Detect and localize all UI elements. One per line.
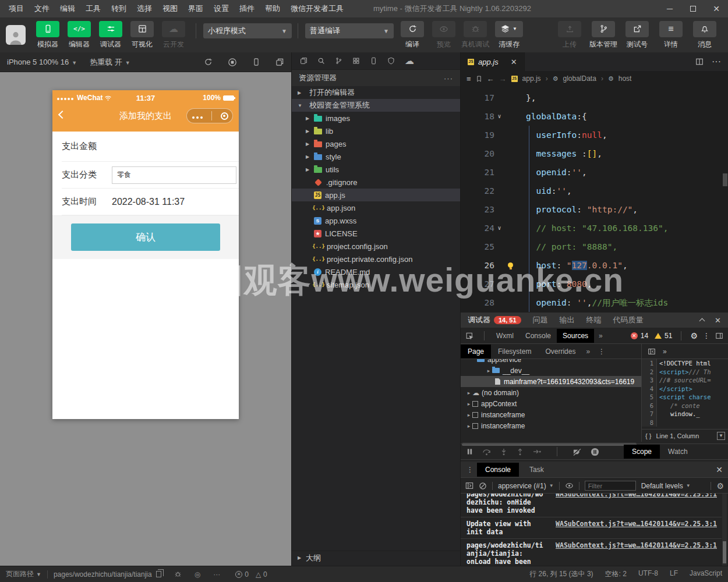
drawer-tab-console[interactable]: Console bbox=[477, 463, 519, 477]
inspector-tab-wxml[interactable]: Wxml bbox=[490, 329, 520, 343]
code-line[interactable]: 27 port: 8080, bbox=[461, 275, 728, 293]
menu-item[interactable]: 视图 bbox=[157, 0, 183, 17]
indentation[interactable]: 空格: 2 bbox=[605, 569, 627, 579]
pause-on-exceptions-icon[interactable] bbox=[591, 448, 599, 456]
visualization-button[interactable]: 可视化 bbox=[127, 21, 157, 49]
panel-tab--[interactable]: 输出 bbox=[560, 315, 575, 325]
tree-item[interactable]: {..}project.config.json bbox=[292, 240, 460, 253]
cloud-sync-icon[interactable]: ☁ bbox=[405, 55, 414, 66]
code-line[interactable]: 22 uid:'', bbox=[461, 182, 728, 200]
step-icon[interactable] bbox=[533, 448, 542, 455]
real-device-debug-button[interactable]: 真机调试 bbox=[460, 21, 490, 49]
menu-item[interactable]: 项目 bbox=[3, 0, 29, 17]
breadcrumb-file[interactable]: app.js bbox=[522, 74, 541, 83]
close-button[interactable]: ✕ bbox=[705, 0, 728, 17]
problems-summary[interactable]: ✕ 0 △ 0 bbox=[235, 570, 267, 579]
step-out-icon[interactable] bbox=[517, 448, 524, 456]
menu-item[interactable]: 选择 bbox=[132, 0, 157, 17]
close-tab-icon[interactable]: ✕ bbox=[511, 58, 517, 66]
step-into-icon[interactable] bbox=[500, 448, 507, 456]
kebab-menu-icon[interactable]: ⋮ bbox=[467, 466, 473, 474]
device-frame-icon[interactable] bbox=[252, 58, 260, 66]
menu-item[interactable]: 文件 bbox=[29, 0, 55, 17]
mode-select[interactable]: 小程序模式 ▼ bbox=[203, 23, 292, 38]
amount-row[interactable]: 支出金额 bbox=[62, 132, 239, 162]
security-icon[interactable] bbox=[387, 57, 395, 65]
dropdown-box-icon[interactable]: ▼ bbox=[717, 432, 725, 440]
more-tabs-icon[interactable]: » bbox=[586, 347, 590, 356]
tab-app-js[interactable]: JS app.js ✕ bbox=[461, 52, 525, 71]
collapse-panel-icon[interactable] bbox=[648, 347, 656, 356]
upload-button[interactable]: 上传 bbox=[553, 21, 586, 49]
hot-reload-toggle[interactable]: 热重载 开▼ bbox=[90, 57, 130, 68]
code-line[interactable]: 25 // port: "8888", bbox=[461, 237, 728, 256]
panel-tab--[interactable]: 代码质量 bbox=[613, 315, 644, 325]
tree-item[interactable]: {..}sitemap.json bbox=[292, 278, 460, 291]
pause-icon[interactable] bbox=[467, 448, 473, 455]
code-line[interactable]: 19 userInfo:null, bbox=[461, 126, 728, 144]
fold-chevron-icon[interactable]: ∨ bbox=[494, 107, 504, 126]
log-source-link[interactable]: WASubContext.js?t=we…16420114&v=2.25.3:1 bbox=[556, 520, 717, 536]
current-page-path[interactable]: pages/wodezhichu/tianjia/tianjia bbox=[54, 570, 152, 579]
compile-button[interactable]: 编译 bbox=[397, 21, 427, 49]
minimize-ring-icon[interactable] bbox=[221, 112, 228, 120]
kebab-menu-icon[interactable]: ⋮ bbox=[703, 332, 710, 340]
version-control-button[interactable]: 版本管理 bbox=[587, 21, 620, 49]
menu-item[interactable]: 编辑 bbox=[55, 0, 80, 17]
float-window-icon[interactable] bbox=[275, 58, 284, 66]
maximize-button[interactable] bbox=[681, 0, 705, 17]
more-actions-icon[interactable]: ··· bbox=[444, 74, 453, 83]
menu-item[interactable]: 转到 bbox=[106, 0, 132, 17]
outline-list-icon[interactable]: ≡ bbox=[467, 74, 471, 83]
code-line[interactable]: 24∨ // host: "47.106.168.136", bbox=[461, 219, 728, 237]
settings-gear-icon[interactable]: ⚙ bbox=[690, 331, 698, 340]
category-input[interactable]: 零食 bbox=[112, 166, 236, 184]
code-line[interactable]: 26 host: "127.0.0.1", bbox=[461, 256, 728, 275]
rotate-icon[interactable] bbox=[204, 58, 213, 66]
sources-tree-item[interactable]: ▸instanceframe bbox=[461, 420, 641, 431]
code-line[interactable]: 18∨globalData:{ bbox=[461, 107, 728, 126]
fold-chevron-icon[interactable]: ∨ bbox=[494, 219, 504, 237]
collapse-panel-icon[interactable] bbox=[699, 318, 705, 324]
debugger-button[interactable]: 调试器 bbox=[96, 21, 126, 49]
test-account-button[interactable]: 测试号 bbox=[621, 21, 653, 49]
compile-mode-select[interactable]: 普通编译 ▼ bbox=[305, 23, 394, 38]
tree-item[interactable]: {..}project.private.config.json bbox=[292, 253, 460, 265]
error-count[interactable]: 14 bbox=[641, 332, 648, 340]
dock-side-icon[interactable] bbox=[715, 332, 723, 340]
extensions-icon[interactable] bbox=[352, 57, 360, 65]
copy-path-icon[interactable] bbox=[156, 571, 161, 577]
sources-tree-item[interactable]: ▸☁(no domain) bbox=[461, 387, 641, 398]
console-log-list[interactable]: pages/wodezhichu/wodezhichu: onHide have… bbox=[461, 494, 722, 566]
sources-tree-item[interactable]: appservice bbox=[461, 359, 641, 365]
js-context-select[interactable]: appservice (#1) ▼ bbox=[498, 482, 554, 490]
sources-tab-overrides[interactable]: Overrides bbox=[538, 345, 582, 359]
panel-tab--[interactable]: 问题 bbox=[533, 315, 548, 325]
tab-scope[interactable]: Scope bbox=[624, 445, 660, 459]
search-icon[interactable] bbox=[317, 57, 325, 65]
more-dots-icon[interactable]: ··· bbox=[213, 570, 220, 579]
inspect-element-icon[interactable] bbox=[465, 332, 473, 340]
close-drawer-icon[interactable]: ✕ bbox=[716, 465, 723, 474]
sources-tree-item[interactable]: ▸__dev__ bbox=[461, 365, 641, 376]
code-area[interactable]: 17},18∨globalData:{19 userInfo:null,20 m… bbox=[461, 88, 728, 313]
eye-icon[interactable] bbox=[565, 482, 574, 489]
tree-item[interactable]: ▶utils bbox=[292, 163, 460, 176]
back-chevron-icon[interactable] bbox=[58, 111, 66, 119]
tree-item[interactable]: ▶lib bbox=[292, 125, 460, 137]
menu-item[interactable]: 界面 bbox=[183, 0, 208, 17]
code-line[interactable]: 17}, bbox=[461, 88, 728, 107]
more-tabs-icon[interactable]: » bbox=[599, 332, 603, 340]
sources-tree-item[interactable]: ▸instanceframe bbox=[461, 409, 641, 420]
log-source-link[interactable]: WASubContext.js?t=we…16420114&v=2.25.3:1 bbox=[556, 541, 717, 566]
more-actions-icon[interactable]: ··· bbox=[712, 56, 721, 67]
language-mode[interactable]: JavaScript bbox=[690, 569, 722, 579]
sources-tree-item[interactable]: ▸appContext bbox=[461, 398, 641, 409]
capsule-menu[interactable] bbox=[186, 108, 233, 123]
simulator-button[interactable]: 模拟器 bbox=[33, 21, 63, 49]
drawer-tab-task[interactable]: Task bbox=[521, 463, 552, 477]
outline-section[interactable]: ▶ 大纲 bbox=[292, 551, 460, 565]
code-line[interactable]: 28 openid: '',//用户唯一标志ids bbox=[461, 293, 728, 312]
menu-item[interactable]: 设置 bbox=[208, 0, 234, 17]
log-source-link[interactable]: WASubContext.js?t=we…16420114&v=2.25.3:1 bbox=[556, 494, 717, 514]
